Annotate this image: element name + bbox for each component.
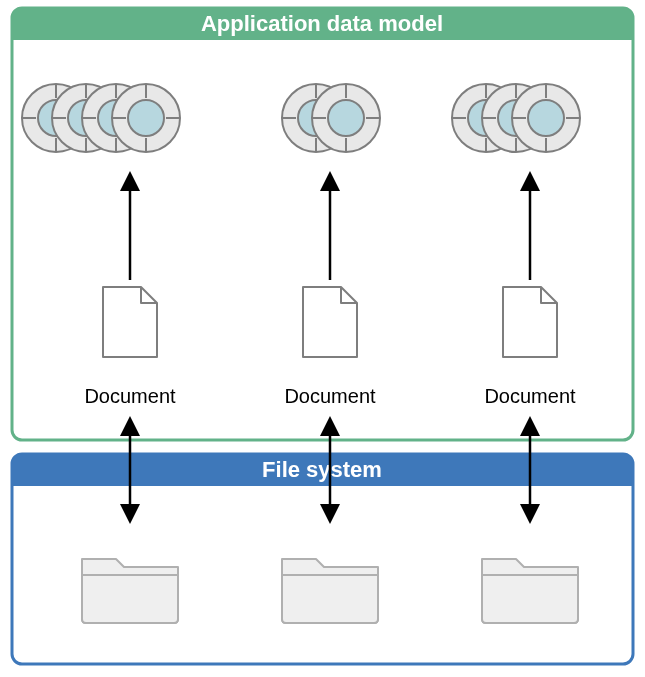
folder-icon [82, 559, 178, 623]
disc-stack [22, 84, 180, 152]
disc-stack [452, 84, 580, 152]
folder-icon [482, 559, 578, 623]
svg-rect-6 [12, 8, 633, 440]
document-icon [303, 287, 357, 357]
file-system-title: File system [262, 457, 382, 482]
document-icon [503, 287, 557, 357]
disc-icon [312, 84, 380, 152]
folder-icon [282, 559, 378, 623]
application-data-model-panel: Application data model [12, 8, 633, 440]
application-data-model-title: Application data model [201, 11, 443, 36]
document-label: Document [84, 385, 176, 407]
disc-stack [282, 84, 380, 152]
document-label: Document [284, 385, 376, 407]
document-label: Document [484, 385, 576, 407]
disc-icon [112, 84, 180, 152]
diagram-svg: Application data model File system Docum… [0, 0, 645, 677]
disc-icon [512, 84, 580, 152]
diagram-container: Application data model File system Docum… [0, 0, 645, 677]
document-icon [103, 287, 157, 357]
